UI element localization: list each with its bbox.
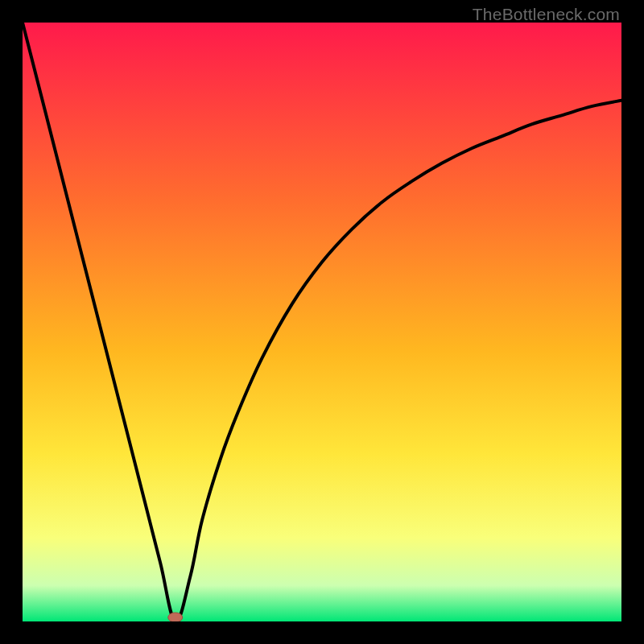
optimum-marker <box>168 613 183 621</box>
bottleneck-chart <box>23 23 621 621</box>
chart-frame <box>23 23 621 621</box>
gradient-background <box>23 23 621 621</box>
watermark-text: TheBottleneck.com <box>473 5 620 24</box>
